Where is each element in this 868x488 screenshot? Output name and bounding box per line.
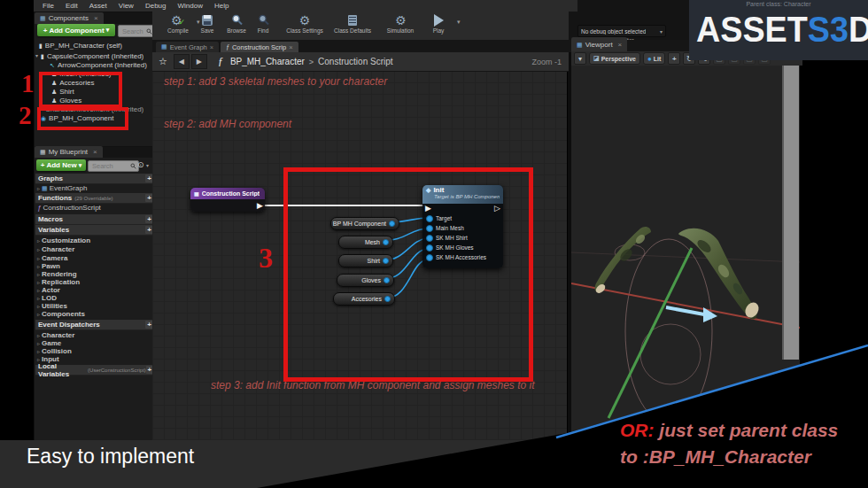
nav-back-button[interactable]: ◀ [174, 54, 190, 69]
item-rendering[interactable]: ▹Rendering [37, 270, 151, 278]
collapse-arrow-icon[interactable]: ▹ [37, 237, 40, 244]
item-components[interactable]: ▹Components [37, 310, 151, 318]
collapse-arrow-icon[interactable]: ▹ [37, 246, 40, 252]
exec-out-pin[interactable]: ▶ [257, 202, 263, 210]
find-button[interactable]: Find [250, 12, 276, 39]
collapse-arrow-icon[interactable]: ▹ [37, 255, 40, 261]
component-row-self[interactable]: ▮ BP_MH_Character (self) [39, 41, 122, 50]
menu-view[interactable]: View [119, 2, 134, 10]
my-blueprint-search-input[interactable] [90, 161, 130, 171]
graph-icon: ▦ [161, 43, 167, 50]
item-replication[interactable]: ▹Replication [37, 278, 151, 286]
item-character[interactable]: ▹Character [37, 245, 151, 253]
favorite-star-icon[interactable]: ☆ [159, 56, 167, 67]
collapse-arrow-icon[interactable]: ▹ [37, 348, 40, 354]
find-icon [258, 12, 269, 27]
close-icon[interactable]: × [618, 41, 623, 49]
tab-components[interactable]: ▦ Components × [35, 12, 104, 24]
save-icon [202, 12, 213, 27]
add-component-button[interactable]: + Add Component ▾ [37, 24, 115, 36]
collapse-arrow-icon[interactable]: ▹ [37, 287, 40, 293]
class-defaults-button[interactable]: Class Defaults [328, 12, 377, 39]
compile-button[interactable]: ⚙✓ Compile [159, 12, 197, 39]
item-camera[interactable]: ▹Camera [37, 254, 151, 262]
viewport-options-caret[interactable]: ▾ [574, 52, 586, 65]
section-variables[interactable]: Variables + [35, 225, 156, 236]
my-blueprint-search[interactable] [88, 160, 139, 172]
collapse-arrow-icon[interactable]: ▹ [37, 332, 40, 338]
section-event-dispatchers[interactable]: Event Dispatchers + [35, 320, 156, 330]
menu-window[interactable]: Window [177, 2, 202, 10]
logo-part-white2: D [849, 9, 868, 50]
lit-button[interactable]: ● Lit [643, 52, 665, 65]
tab-construction-script[interactable]: ƒ Construction Scrip × [221, 42, 298, 52]
menu-asset[interactable]: Asset [89, 2, 107, 10]
debug-object-dropdown[interactable]: No debug object selected ▾ [577, 25, 666, 37]
simulation-icon: ⚙ [395, 12, 407, 27]
item-customization[interactable]: ▹Customization [37, 236, 151, 244]
collapse-arrow-icon[interactable]: ▹ [37, 311, 40, 317]
construction-script-node[interactable]: ▦ Construction Script ▶ [190, 188, 265, 212]
component-row-capsule[interactable]: ▾ ▮ CapsuleComponent (Inherited) [35, 51, 143, 60]
nav-forward-button[interactable]: ▶ [191, 54, 207, 69]
section-functions[interactable]: Functions (29 Overridable) + [35, 193, 156, 204]
browse-button[interactable]: Browse [221, 12, 252, 39]
collapse-arrow-icon[interactable]: ▹ [37, 185, 40, 191]
annotation-box-2 [37, 107, 128, 130]
close-icon[interactable]: × [289, 43, 292, 51]
item-utilities[interactable]: ▹Utilities [37, 302, 151, 310]
main-toolbar: ⚙✓ Compile ▾ Save Browse Find ⚙ Class Se… [152, 12, 569, 41]
item-constructionscript[interactable]: ƒ ConstructionScript [37, 204, 151, 212]
perspective-button[interactable]: ◪ Perspective [589, 52, 640, 65]
add-new-button[interactable]: + Add New ▾ [36, 159, 86, 171]
collapse-arrow-icon[interactable]: ▹ [37, 303, 40, 309]
close-icon[interactable]: × [94, 14, 98, 22]
collapse-arrow-icon[interactable]: ▹ [37, 295, 40, 301]
search-icon [146, 28, 152, 35]
collapse-arrow-icon[interactable]: ▹ [37, 271, 40, 277]
components-search[interactable] [118, 25, 155, 37]
section-graphs[interactable]: Graphs + [35, 174, 156, 184]
expand-arrow-icon[interactable]: ▾ [35, 53, 38, 58]
item-pawn[interactable]: ▹Pawn [37, 262, 151, 270]
menu-file[interactable]: File [43, 2, 54, 10]
breadcrumb-root[interactable]: BP_MH_Character [230, 57, 305, 66]
collapse-arrow-icon[interactable]: ▹ [37, 279, 40, 285]
menu-help[interactable]: Help [214, 2, 229, 10]
menu-debug[interactable]: Debug [145, 2, 167, 10]
tab-my-blueprint[interactable]: ▦ My Blueprint × [35, 146, 103, 158]
play-caret-icon[interactable]: ▾ [457, 19, 461, 26]
close-icon[interactable]: × [210, 43, 213, 51]
item-actor[interactable]: ▹Actor [37, 286, 151, 294]
menu-edit[interactable]: Edit [66, 2, 78, 10]
item-label: Pawn [42, 262, 60, 270]
components-search-input[interactable] [120, 27, 146, 36]
chevron-down-icon[interactable]: ▾ [146, 162, 149, 168]
parent-class-hint: Parent class: Character [689, 1, 868, 7]
tab-event-graph[interactable]: ▦ Event Graph × [156, 42, 219, 52]
viewport-3d-view[interactable] [571, 66, 800, 440]
slide-caption: Easy to implement [27, 445, 194, 469]
item-dispatcher-character[interactable]: ▹Character [37, 331, 151, 339]
section-local-variables[interactable]: Local Variables (UserConstructionScript)… [35, 365, 156, 376]
collapse-arrow-icon[interactable]: ▹ [37, 340, 40, 346]
item-dispatcher-collision[interactable]: ▹Collision [37, 347, 151, 355]
item-eventgraph[interactable]: ▹ ▦ EventGraph [37, 184, 151, 192]
save-button[interactable]: Save [193, 12, 221, 39]
item-dispatcher-game[interactable]: ▹Game [37, 339, 151, 347]
section-note: (29 Overridable) [74, 196, 112, 201]
annotation-number-1: 1 [21, 69, 35, 98]
or-rest: just set parent class [655, 420, 839, 440]
tab-viewport[interactable]: ▦ Viewport × [571, 37, 627, 51]
class-settings-button[interactable]: ⚙ Class Settings [280, 12, 329, 39]
section-macros[interactable]: Macros + [35, 214, 156, 225]
item-lod[interactable]: ▹LOD [37, 294, 151, 302]
close-icon[interactable]: × [93, 148, 97, 156]
play-button[interactable]: Play [423, 12, 453, 39]
visibility-eye-icon[interactable]: ⊙ [137, 160, 144, 169]
item-label: Replication [42, 278, 80, 286]
collapse-arrow-icon[interactable]: ▹ [37, 263, 40, 269]
component-row-arrow[interactable]: ↖ ArrowComponent (Inherited) [50, 60, 147, 69]
translate-tool-icon[interactable]: + [668, 52, 680, 65]
simulation-button[interactable]: ⚙ Simulation [379, 12, 422, 39]
